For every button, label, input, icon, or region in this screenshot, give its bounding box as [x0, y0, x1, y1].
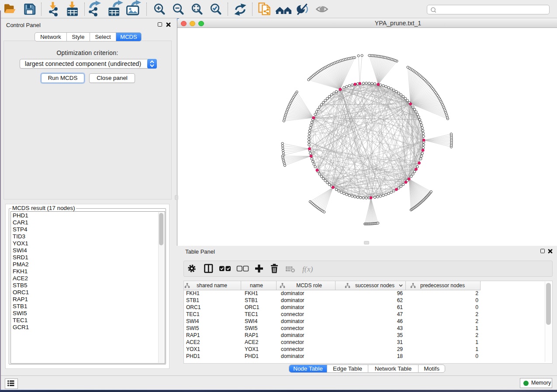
svg-text:f(x): f(x) — [302, 265, 313, 273]
